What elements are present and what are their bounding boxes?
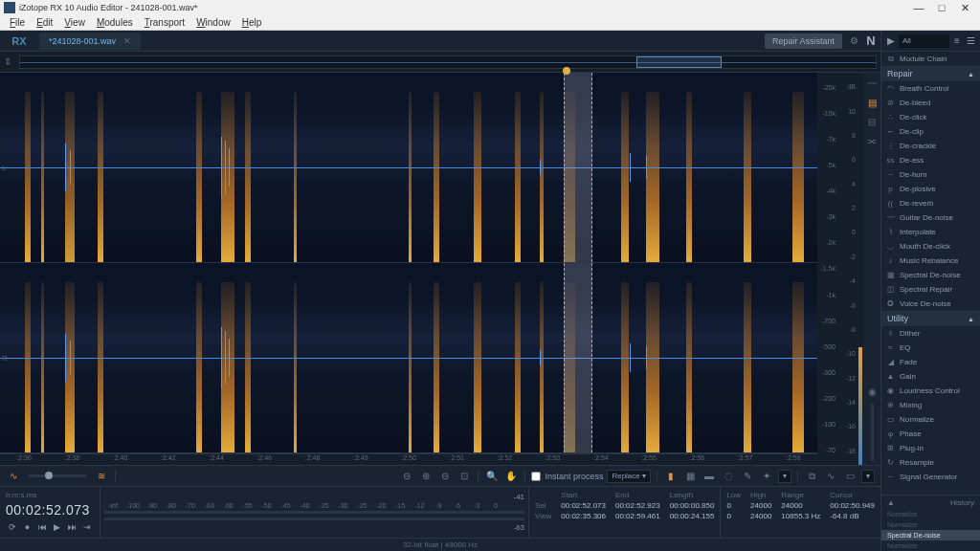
menu-modules[interactable]: Modules [91,17,139,28]
channel-left[interactable]: L [0,73,817,263]
file-tab[interactable]: *241028-001.wav ✕ [39,33,141,50]
module-item[interactable]: ⌇Interpolate [881,225,980,239]
history-item[interactable]: Normalize [881,540,980,551]
module-item[interactable]: ◫Spectral Repair [881,282,980,297]
zoom-out-full-icon[interactable]: ⊖ [399,469,414,484]
module-item[interactable]: ✪Voice De-noise [881,297,980,311]
module-item[interactable]: ⫴Dither [881,326,980,341]
module-item[interactable]: ◠Breath Control [881,81,980,96]
module-item[interactable]: ⊘De-bleed [881,96,980,110]
module-item[interactable]: pDe-plosive [881,182,980,196]
zoom-sel-icon[interactable]: ⊡ [457,469,472,484]
module-item[interactable]: ssDe-ess [881,153,980,167]
history-item[interactable]: Spectral De-noise [881,530,980,540]
play-button[interactable]: ▶ [51,520,64,534]
hand-tool-icon[interactable]: ✋ [503,469,519,484]
maximize-button[interactable]: □ [930,2,953,13]
module-item[interactable]: ⊕Mixing [881,398,980,412]
freq-sel-range[interactable]: 24000 [781,501,820,510]
cursor-freq[interactable]: 10855.3 Hz [781,512,820,520]
spectrogram-view[interactable]: L [0,73,817,465]
module-item[interactable]: ⌐De-clip [881,124,980,139]
view-waveform-icon[interactable]: 〰 [865,77,879,90]
region-icon[interactable]: ▭ [842,469,858,484]
cursor-db[interactable]: -64.8 dB [830,512,875,520]
overview-waveform[interactable] [19,55,877,69]
module-item[interactable]: φPhase [881,427,980,441]
module-play-icon[interactable]: ▶ [885,35,897,46]
zoom-tool-icon[interactable]: 🔍 [484,469,500,484]
menu-view[interactable]: View [58,17,91,28]
history-item[interactable]: Normalize [881,519,980,530]
view-link-icon[interactable]: ⫘ [865,134,879,147]
module-item[interactable]: ((De-reverb [881,196,980,210]
selection-region[interactable] [564,73,592,262]
repair-section-header[interactable]: Repair▲ [881,66,980,81]
module-item[interactable]: ≈EQ [881,341,980,355]
instant-mode-select[interactable]: Replace ▾ [607,470,651,483]
module-item[interactable]: ▦Spectral De-noise [881,268,980,282]
module-item[interactable]: ♪Music Rebalance [881,253,980,268]
minimize-button[interactable]: — [907,2,930,13]
history-item[interactable]: Normalize [881,509,980,519]
module-item[interactable]: 〰Guitar De-noise [881,210,980,225]
opacity-slider[interactable] [29,474,86,477]
tf-select-icon[interactable]: ▦ [682,469,698,484]
module-item[interactable]: ◉Loudness Control [881,384,980,398]
zoom-out-icon[interactable]: ⊖ [437,469,453,484]
module-item[interactable]: ~De-hum [881,167,980,182]
freq-sel-low[interactable]: 0 [726,501,741,510]
module-item[interactable]: ∴De-click [881,110,980,124]
history-up-icon[interactable]: ▲ [887,498,895,507]
spectrogram-opacity-icon[interactable]: ≋ [94,469,109,484]
module-menu-icon[interactable]: ☰ [965,35,976,46]
sel-length[interactable]: 00:00:00.850 [670,501,715,510]
freq-zoom-track[interactable] [871,404,874,461]
tab-close-icon[interactable]: ✕ [123,36,131,46]
module-item[interactable]: ~Signal Generator [881,470,980,484]
close-button[interactable]: ✕ [953,2,976,14]
wand-icon[interactable]: ✦ [759,469,774,484]
instant-process-checkbox[interactable] [531,472,541,481]
module-item[interactable]: ↻Resample [881,455,980,470]
time-select-icon[interactable]: ▮ [663,469,679,484]
module-item[interactable]: ⊞Plug-in [881,441,980,455]
waveform-opacity-icon[interactable]: ∿ [6,469,21,484]
overview-collapse-icon[interactable]: ⇕ [0,56,15,67]
loop-button[interactable]: ⟳ [6,520,19,534]
freq-view-low[interactable]: 0 [726,512,741,520]
cursor-time[interactable]: 00:02:50.949 [830,501,875,510]
utility-section-header[interactable]: Utility▲ [881,311,980,326]
overview-selection[interactable] [636,56,722,68]
playhead-marker[interactable] [563,67,570,75]
freq-view-high[interactable]: 24000 [750,512,771,520]
sel-end[interactable]: 00:02:52.923 [615,501,660,510]
module-item[interactable]: ▭Normalize [881,412,980,427]
marker-menu[interactable]: ▾ [861,470,875,483]
channel-right[interactable]: R [0,263,817,453]
module-item[interactable]: ▲Gain [881,369,980,384]
forward-button[interactable]: ⏭ [66,520,79,534]
rewind-button[interactable]: ⏮ [35,520,49,534]
freq-select-icon[interactable]: ▬ [702,469,717,484]
view-start[interactable]: 00:02:35.306 [561,512,606,520]
view-split-icon[interactable]: ⊟ [865,115,879,128]
module-item[interactable]: ◢Fade [881,355,980,369]
follow-button[interactable]: ⇥ [80,520,94,534]
view-spectrogram-icon[interactable]: ▤ [865,96,879,109]
repair-assistant-button[interactable]: Repair Assistant [765,33,842,49]
brush-icon[interactable]: ✎ [740,469,755,484]
selection-region[interactable] [564,263,592,452]
find-similar-icon[interactable]: ⧉ [804,469,819,484]
module-view-icon[interactable]: ≡ [951,35,963,46]
freq-sel-high[interactable]: 24000 [750,501,771,510]
menu-edit[interactable]: Edit [31,17,58,28]
settings-icon[interactable]: ⚙ [846,33,861,49]
view-length[interactable]: 00:00:24.155 [670,512,715,520]
module-chain-item[interactable]: ⧉ Module Chain [881,52,980,66]
module-item[interactable]: ◡Mouth De-click [881,239,980,253]
sel-start[interactable]: 00:02:52.073 [561,501,606,510]
sel-tool-menu[interactable]: ▾ [778,470,791,483]
menu-window[interactable]: Window [190,17,236,28]
time-ruler[interactable]: :2:36 :2:38 :2:40 :2:42 :2:44 :2:46 :2:4… [0,453,817,465]
